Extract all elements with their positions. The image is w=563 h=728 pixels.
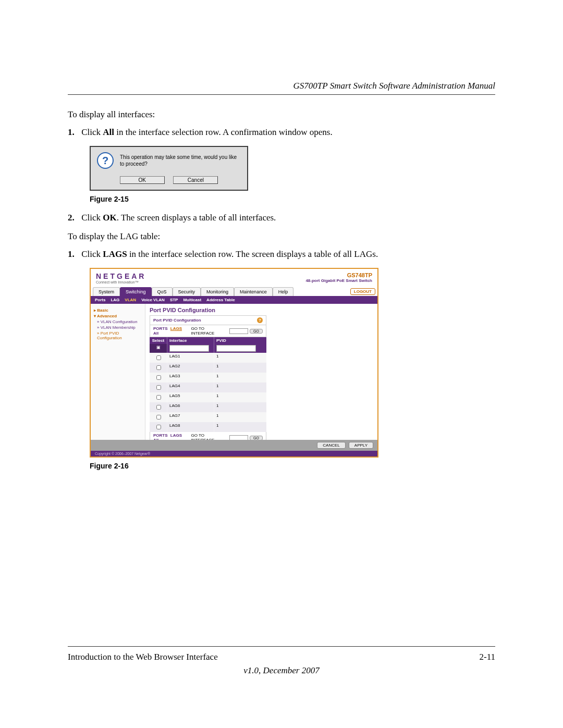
row-checkbox[interactable] (156, 415, 161, 419)
step-pre: Click (81, 213, 103, 223)
header-rule (68, 94, 495, 95)
logout-button[interactable]: LOGOUT (350, 288, 375, 295)
selector-ports-bottom[interactable]: PORTS (153, 433, 168, 438)
intro-text-1: To display all interfaces: (68, 109, 495, 120)
row-pvid: 1 (214, 382, 266, 392)
go-button-top[interactable]: GO (250, 329, 263, 334)
row-checkbox[interactable] (156, 365, 161, 370)
row-checkbox[interactable] (156, 385, 161, 390)
model-block: GS748TP 48-port Gigabit PoE Smart Switch (305, 272, 372, 284)
row-checkbox[interactable] (156, 355, 161, 360)
step-pre: Click (81, 127, 103, 137)
tab-switching[interactable]: Switching (120, 287, 152, 296)
work-area: ▸ Basic ▾ Advanced » VLAN Configuration … (91, 304, 377, 440)
row-pvid: 1 (214, 373, 266, 382)
table-body: LAG11LAG21LAG31LAG41LAG51LAG61LAG71LAG81 (150, 353, 266, 432)
go-button-bottom[interactable]: GO (250, 436, 263, 440)
selector-all[interactable]: All (153, 331, 158, 336)
cancel-button[interactable]: Cancel (173, 176, 218, 184)
goto-interface-bottom: GO TO INTERFACE GO (191, 433, 263, 440)
netgear-screenshot: NETGEAR Connect with Innovation™ GS748TP… (90, 268, 378, 458)
row-checkbox[interactable] (156, 375, 161, 380)
tab-help[interactable]: Help (273, 287, 294, 296)
step-bold: LAGS (103, 249, 127, 259)
row-pvid: 1 (214, 392, 266, 402)
side-item-vlan-membership[interactable]: » VLAN Membership (97, 325, 142, 330)
step-pre: Click (81, 249, 103, 259)
selector-lags[interactable]: LAGS (170, 326, 182, 331)
table-input-row: ▣ (150, 344, 266, 353)
footer-rule (68, 646, 495, 647)
tab-security[interactable]: Security (173, 287, 201, 296)
interface-input[interactable] (169, 345, 209, 352)
apply-action-button[interactable]: APPLY (349, 442, 373, 449)
side-item-port-pvid[interactable]: » Port PVID Configuration (97, 331, 142, 340)
side-cat-basic[interactable]: ▸ Basic (94, 308, 142, 313)
tab-qos[interactable]: QoS (152, 287, 173, 296)
dialog-buttons: OK Cancel (91, 171, 247, 190)
step-3: 1. Click LAGS in the interface selection… (68, 249, 495, 260)
row-select-cell (150, 422, 167, 432)
help-icon[interactable]: ? (257, 317, 263, 323)
model-number: GS748TP (305, 272, 372, 278)
selector-ports[interactable]: PORTS (153, 326, 168, 331)
row-select-cell (150, 373, 167, 382)
table-row: LAG21 (150, 363, 266, 373)
copyright-bar: Copyright © 2006–2007 Netgear® (91, 451, 377, 456)
side-item-vlan-config[interactable]: » VLAN Configuration (97, 319, 142, 324)
tab-maintenance[interactable]: Maintenance (234, 287, 273, 296)
tab-monitoring[interactable]: Monitoring (201, 287, 234, 296)
row-interface: LAG6 (167, 402, 214, 412)
row-pvid: 1 (214, 412, 266, 422)
manual-page: GS700TP Smart Switch Software Administra… (0, 0, 563, 728)
figure-caption-16: Figure 2-16 (90, 462, 495, 470)
row-select-cell (150, 363, 167, 373)
col-pvid: PVID (214, 337, 266, 344)
confirm-dialog: ? This operation may take some time, wou… (90, 146, 248, 191)
subtab-multicast[interactable]: Multicast (183, 298, 201, 302)
interface-selector-bottom: PORTS LAGS All GO TO INTERFACE GO (150, 432, 266, 440)
row-interface: LAG3 (167, 373, 214, 382)
intro-text-2: To display the LAG table: (68, 231, 495, 242)
step-2: 2. Click OK. The screen displays a table… (68, 213, 495, 223)
ok-button[interactable]: OK (120, 176, 165, 184)
row-checkbox[interactable] (156, 425, 161, 429)
subtab-stp[interactable]: STP (170, 298, 178, 302)
subtab-lag[interactable]: LAG (111, 298, 119, 302)
subtab-vlan[interactable]: VLAN (125, 298, 136, 302)
row-interface: LAG7 (167, 412, 214, 422)
step-post: in the interface selection row. A confir… (114, 127, 333, 137)
row-interface: LAG5 (167, 392, 214, 402)
footer-section: Introduction to the Web Browser Interfac… (68, 652, 218, 662)
row-checkbox[interactable] (156, 395, 161, 400)
cancel-action-button[interactable]: CANCEL (317, 442, 345, 449)
table-row: LAG61 (150, 402, 266, 412)
row-checkbox[interactable] (156, 405, 161, 410)
row-select-cell (150, 402, 167, 412)
subtab-ports[interactable]: Ports (95, 298, 105, 302)
row-pvid: 1 (214, 363, 266, 373)
table-row: LAG71 (150, 412, 266, 422)
tab-system[interactable]: System (93, 287, 120, 296)
gti-label: GO TO INTERFACE (191, 326, 228, 336)
interface-input-cell (167, 344, 214, 353)
select-all-cell[interactable]: ▣ (150, 344, 167, 353)
row-pvid: 1 (214, 422, 266, 432)
subtab-voice-vlan[interactable]: Voice VLAN (141, 298, 165, 302)
side-cat-advanced[interactable]: ▾ Advanced (94, 314, 142, 318)
table-header: Select Interface PVID (150, 337, 266, 344)
row-select-cell (150, 382, 167, 392)
app-header: NETGEAR Connect with Innovation™ GS748TP… (91, 269, 377, 285)
question-icon: ? (97, 152, 114, 169)
selector-lags-bottom[interactable]: LAGS (170, 433, 182, 438)
subtab-address-table[interactable]: Address Table (206, 298, 235, 302)
page-footer: Introduction to the Web Browser Interfac… (68, 646, 495, 676)
step-number: 1. (68, 249, 79, 260)
pvid-input[interactable] (216, 345, 256, 352)
brand-tagline: Connect with Innovation™ (96, 280, 146, 284)
gti-input-bottom[interactable] (229, 435, 248, 440)
step-bold: OK (103, 213, 116, 223)
side-nav: ▸ Basic ▾ Advanced » VLAN Configuration … (91, 304, 145, 440)
primary-tabs: System Switching QoS Security Monitoring… (93, 287, 375, 296)
gti-input-top[interactable] (229, 328, 248, 334)
